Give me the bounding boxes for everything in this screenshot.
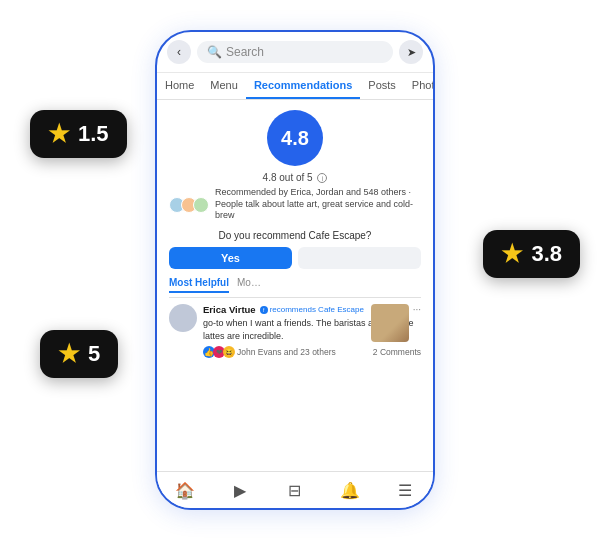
phone-nav: Home Menu Recommendations Posts Phot…: [157, 73, 433, 100]
fb-dot-icon: f: [260, 306, 268, 314]
rating-circle: 4.8: [267, 110, 323, 166]
reaction-icons: 👍 ❤ 😆: [203, 346, 233, 358]
badge-value-1: 1.5: [78, 121, 109, 147]
recommender-avatars: [169, 197, 205, 213]
search-icon: 🔍: [207, 45, 222, 59]
nav-notifications-icon[interactable]: 🔔: [339, 479, 361, 501]
review-row: Erica Virtue f recommends Cafe Escape ··…: [169, 304, 421, 358]
reviewer-avatar: [169, 304, 197, 332]
nav-menu-icon[interactable]: ☰: [394, 479, 416, 501]
haha-icon: 😆: [223, 346, 235, 358]
rating-badge-1-5: ★ 1.5: [30, 110, 127, 158]
nav-video-icon[interactable]: ▶: [229, 479, 251, 501]
no-button[interactable]: [298, 247, 421, 269]
rating-badge-3-8: ★ 3.8: [483, 230, 580, 278]
recommend-buttons: Yes: [169, 247, 421, 269]
search-bar[interactable]: 🔍 Search: [197, 41, 393, 63]
yes-button[interactable]: Yes: [169, 247, 292, 269]
share-button[interactable]: ➤: [399, 40, 423, 64]
share-icon: ➤: [407, 46, 416, 59]
rating-badge-5: ★ 5: [40, 330, 118, 378]
badge-value-3: 5: [88, 341, 100, 367]
filter-most-helpful[interactable]: Most Helpful: [169, 277, 229, 293]
nav-home-icon[interactable]: 🏠: [174, 479, 196, 501]
nav-marketplace-icon[interactable]: ⊟: [284, 479, 306, 501]
review-reactions: 👍 ❤ 😆 John Evans and 23 others 2 Comment…: [203, 346, 421, 358]
nav-item-photos[interactable]: Phot…: [404, 73, 435, 99]
rating-subtitle: 4.8 out of 5 i: [169, 172, 421, 183]
recommend-question: Do you recommend Cafe Escape?: [169, 230, 421, 241]
scene: ‹ 🔍 Search ➤ Home Menu Recommendations P…: [0, 0, 600, 542]
filter-tabs: Most Helpful Mo…: [169, 277, 421, 298]
phone-shell: ‹ 🔍 Search ➤ Home Menu Recommendations P…: [155, 30, 435, 510]
recommenders-section: Recommended by Erica, Jordan and 548 oth…: [169, 187, 421, 222]
nav-item-posts[interactable]: Posts: [360, 73, 404, 99]
reactions-text: John Evans and 23 others: [237, 347, 336, 357]
star-icon-1: ★: [48, 120, 70, 148]
nav-item-menu[interactable]: Menu: [202, 73, 246, 99]
phone-bottom-nav: 🏠 ▶ ⊟ 🔔 ☰: [157, 471, 433, 508]
filter-more[interactable]: Mo…: [237, 277, 261, 293]
back-button[interactable]: ‹: [167, 40, 191, 64]
phone-topbar: ‹ 🔍 Search ➤: [157, 32, 433, 73]
info-icon: i: [317, 173, 327, 183]
more-icon[interactable]: ···: [413, 304, 421, 315]
star-icon-3: ★: [58, 340, 80, 368]
comments-text: 2 Comments: [373, 347, 421, 357]
rating-subtitle-text: 4.8 out of 5: [263, 172, 313, 183]
search-label: Search: [226, 45, 264, 59]
back-icon: ‹: [177, 45, 181, 59]
star-icon-2: ★: [501, 240, 523, 268]
nav-item-recommendations[interactable]: Recommendations: [246, 73, 360, 99]
nav-item-home[interactable]: Home: [157, 73, 202, 99]
fb-badge: f recommends Cafe Escape: [260, 305, 364, 314]
reviewer-name: Erica Virtue: [203, 304, 256, 315]
badge-value-2: 3.8: [531, 241, 562, 267]
recommender-avatar-3: [193, 197, 209, 213]
badge-text: recommends Cafe Escape: [270, 305, 364, 314]
recommenders-text: Recommended by Erica, Jordan and 548 oth…: [215, 187, 421, 222]
rating-value: 4.8: [281, 127, 309, 150]
phone-content: 4.8 4.8 out of 5 i Recommended by Erica,…: [157, 100, 433, 471]
review-image: [371, 304, 409, 342]
